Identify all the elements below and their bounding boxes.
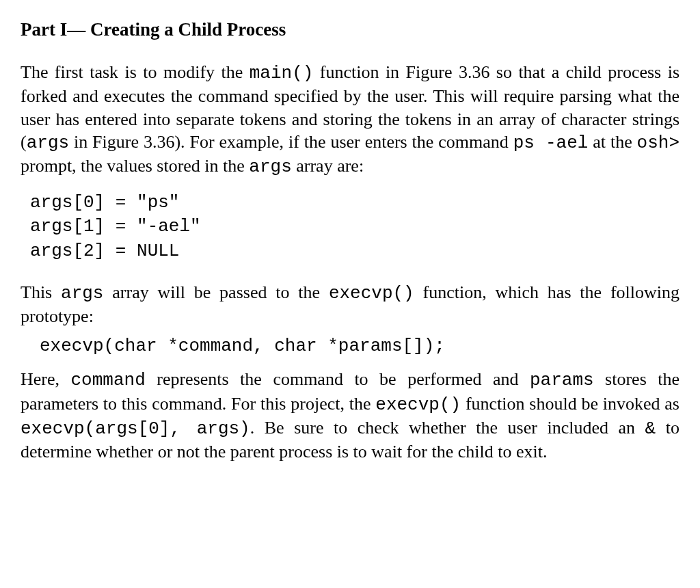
heading-part: Part I	[21, 19, 67, 40]
p1-t1: The first task is to modify the	[21, 62, 250, 82]
p1-code-args1: args	[27, 133, 69, 153]
p3-t2: represents the command to be performed a…	[146, 369, 530, 389]
p1-t4: at the	[588, 132, 636, 152]
p2-code-execvp: execvp()	[329, 283, 414, 304]
p3-t1: Here,	[21, 369, 71, 389]
p3-code-command: command	[71, 370, 146, 390]
heading-dash: —	[67, 19, 85, 40]
p1-code-args2: args	[249, 157, 291, 177]
heading-title: Creating a Child Process	[85, 19, 286, 40]
paragraph-3: Here, command represents the command to …	[21, 368, 679, 463]
p3-code-params: params	[530, 370, 594, 390]
p2-code-args: args	[61, 283, 103, 304]
p1-code-psael: ps -ael	[513, 133, 589, 153]
p1-t6: array are:	[292, 156, 364, 176]
p1-code-osh: osh>	[637, 133, 679, 153]
p1-code-main: main()	[250, 63, 314, 83]
p3-code-ampersand: &	[645, 418, 656, 439]
paragraph-2: This args array will be passed to the ex…	[21, 281, 679, 328]
p3-t4: function should be invoked as	[461, 394, 679, 414]
section-heading: Part I— Creating a Child Process	[21, 19, 679, 40]
p3-t5: . Be sure to check whether the user incl…	[250, 418, 645, 438]
code-block-prototype: execvp(char *command, char *params[]);	[40, 334, 679, 358]
p3-code-execvp: execvp()	[375, 395, 461, 415]
code-block-args: args[0] = "ps" args[1] = "-ael" args[2] …	[30, 191, 679, 263]
document-page: Part I— Creating a Child Process The fir…	[0, 0, 700, 489]
p1-t3: in Figure 3.36). For example, if the use…	[69, 132, 513, 152]
p2-t1: This	[21, 282, 61, 302]
p1-t5: prompt, the values stored in the	[21, 156, 249, 176]
p3-code-invocation: execvp(args[0], args)	[21, 418, 250, 439]
paragraph-1: The first task is to modify the main() f…	[21, 61, 679, 178]
p2-t2: array will be passed to the	[103, 282, 328, 302]
